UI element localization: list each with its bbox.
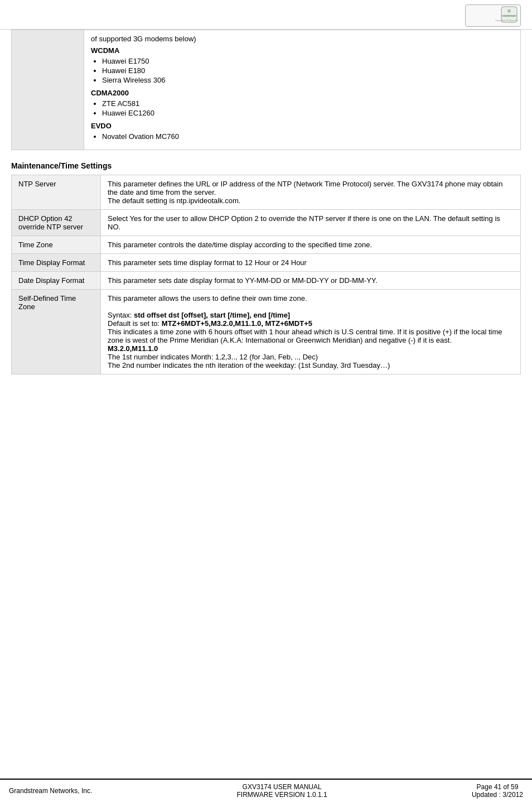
date-display-description: This parameter sets date display format … bbox=[101, 272, 521, 290]
table-row-dhcp: DHCP Option 42 override NTP server Selec… bbox=[12, 210, 521, 236]
table-row-self-defined-tz: Self-Defined Time Zone This parameter al… bbox=[12, 290, 521, 374]
time-display-label: Time Display Format bbox=[12, 254, 101, 272]
list-item: Novatel Ovation MC760 bbox=[102, 132, 514, 141]
modem-row: of supported 3G modems below) WCDMA Huaw… bbox=[12, 30, 521, 150]
footer-company: Grandstream Networks, Inc. bbox=[9, 787, 92, 795]
evdo-list: Novatel Ovation MC760 bbox=[102, 132, 514, 141]
syntax-bold: std offset dst [offset], start [/time], … bbox=[134, 311, 290, 319]
list-item: ZTE AC581 bbox=[102, 99, 514, 108]
page-wrapper: G randstream Innovative IP Voice & Video… bbox=[0, 0, 532, 802]
footer-manual: GXV3174 USER MANUAL FIRMWARE VERSION 1.0… bbox=[237, 783, 327, 799]
modem-content-cell: of supported 3G modems below) WCDMA Huaw… bbox=[84, 30, 521, 150]
date-display-label: Date Display Format bbox=[12, 272, 101, 290]
list-item: Huawei E180 bbox=[102, 66, 514, 75]
svg-text:randstream: randstream bbox=[502, 14, 516, 17]
svg-text:G: G bbox=[507, 9, 511, 13]
modem-intro: of supported 3G modems below) bbox=[91, 35, 196, 43]
list-item: Huawei EC1260 bbox=[102, 109, 514, 117]
table-row-time-display: Time Display Format This parameter sets … bbox=[12, 254, 521, 272]
svg-text:Innovative IP Voice & Video: Innovative IP Voice & Video bbox=[496, 19, 519, 22]
default-bold: MTZ+6MDT+5,M3.2.0,M11.1.0, MTZ+6MDT+5 bbox=[162, 319, 312, 328]
table-row-date-display: Date Display Format This parameter sets … bbox=[12, 272, 521, 290]
cdma2000-list: ZTE AC581 Huawei EC1260 bbox=[102, 99, 514, 117]
footer: Grandstream Networks, Inc. GXV3174 USER … bbox=[0, 779, 532, 802]
logo: G randstream Innovative IP Voice & Video bbox=[465, 4, 521, 27]
self-defined-tz-label: Self-Defined Time Zone bbox=[12, 290, 101, 374]
dhcp-label: DHCP Option 42 override NTP server bbox=[12, 210, 101, 236]
dhcp-description: Select Yes for the user to allow DHCP Op… bbox=[101, 210, 521, 236]
m3-bold: M3.2.0,M11.1.0 bbox=[108, 344, 158, 353]
tz-para1: This indicates a time zone with 6 hours … bbox=[108, 328, 502, 344]
ntp-label: NTP Server bbox=[12, 175, 101, 210]
list-item: Sierra Wireless 306 bbox=[102, 76, 514, 84]
syntax-label: Syntax: bbox=[108, 311, 134, 319]
timezone-label: Time Zone bbox=[12, 236, 101, 254]
m3-desc1: The 1st number indicates Month: 1,2,3..,… bbox=[108, 353, 318, 361]
modem-left-cell bbox=[12, 30, 84, 150]
maintenance-heading: Maintenance/Time Settings bbox=[11, 161, 521, 170]
self-defined-tz-content: This parameter allows the users to defin… bbox=[101, 290, 521, 374]
content: of supported 3G modems below) WCDMA Huaw… bbox=[0, 30, 532, 779]
wcdma-title: WCDMA bbox=[91, 46, 514, 55]
m3-desc2: The 2nd number indicates the nth iterati… bbox=[108, 361, 390, 369]
list-item: Huawei E1750 bbox=[102, 57, 514, 65]
timezone-description: This parameter controls the date/time di… bbox=[101, 236, 521, 254]
header: G randstream Innovative IP Voice & Video bbox=[0, 0, 532, 30]
table-row-ntp: NTP Server This parameter defines the UR… bbox=[12, 175, 521, 210]
table-row-timezone: Time Zone This parameter controls the da… bbox=[12, 236, 521, 254]
modem-table: of supported 3G modems below) WCDMA Huaw… bbox=[11, 30, 521, 150]
ntp-description: This parameter defines the URL or IP add… bbox=[101, 175, 521, 210]
evdo-title: EVDO bbox=[91, 122, 514, 130]
footer-page: Page 41 of 59 Updated : 3/2012 bbox=[472, 783, 523, 799]
time-display-description: This parameter sets time display format … bbox=[101, 254, 521, 272]
settings-table: NTP Server This parameter defines the UR… bbox=[11, 175, 521, 374]
cdma2000-title: CDMA2000 bbox=[91, 89, 514, 97]
wcdma-list: Huawei E1750 Huawei E180 Sierra Wireless… bbox=[102, 57, 514, 84]
default-label: Default is set to: bbox=[108, 319, 162, 328]
